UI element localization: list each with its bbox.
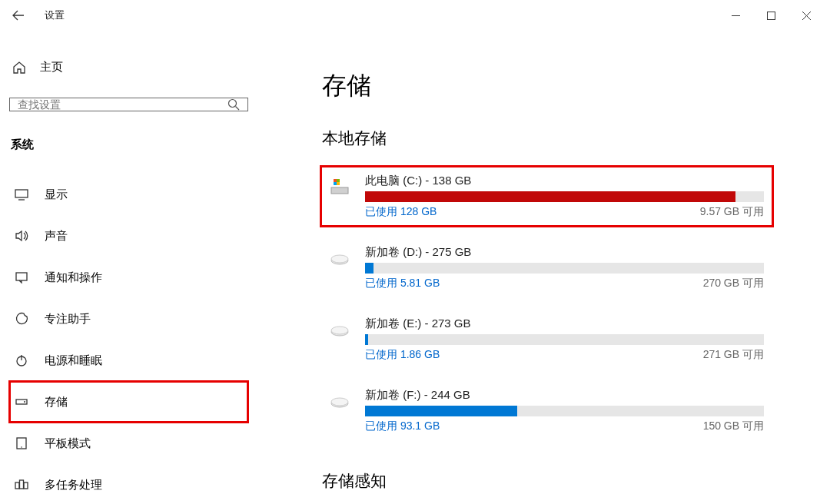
sidebar-item-sound[interactable]: 声音 xyxy=(9,215,248,257)
drive-free: 271 GB 可用 xyxy=(703,348,764,362)
storage-sense-heading: 存储感知 xyxy=(322,470,772,492)
svg-point-23 xyxy=(331,255,348,263)
sidebar-item-multitask[interactable]: 多任务处理 xyxy=(9,464,248,504)
minimize-icon xyxy=(732,12,740,20)
drive-icon xyxy=(330,317,351,362)
sidebar-item-power[interactable]: 电源和睡眠 xyxy=(9,340,248,381)
sidebar-item-label: 平板模式 xyxy=(45,436,91,451)
local-storage-heading: 本地存储 xyxy=(322,128,772,149)
drive-free: 150 GB 可用 xyxy=(703,419,764,433)
sidebar-item-label: 通知和操作 xyxy=(45,270,102,285)
svg-rect-21 xyxy=(337,182,340,185)
svg-rect-6 xyxy=(16,273,27,280)
svg-rect-16 xyxy=(331,187,348,194)
minimize-button[interactable] xyxy=(718,3,753,28)
drive-bar xyxy=(365,406,764,416)
page-title: 存储 xyxy=(322,69,772,103)
sidebar-item-label: 显示 xyxy=(45,187,68,202)
svg-point-27 xyxy=(331,398,348,406)
svg-point-10 xyxy=(24,401,25,403)
window-title: 设置 xyxy=(45,8,65,22)
sidebar-item-storage[interactable]: 存储 xyxy=(9,381,248,423)
home-link[interactable]: 主页 xyxy=(9,52,248,82)
drive-used: 已使用 128 GB xyxy=(365,205,437,219)
maximize-button[interactable] xyxy=(753,3,788,28)
sidebar-item-label: 声音 xyxy=(45,229,68,244)
drive-item[interactable]: 新加卷 (F:) - 244 GB已使用 93.1 GB150 GB 可用 xyxy=(322,382,772,439)
display-icon xyxy=(14,187,29,201)
drive-icon xyxy=(330,245,351,290)
svg-rect-18 xyxy=(334,179,337,182)
drive-name: 新加卷 (E:) - 273 GB xyxy=(365,317,764,331)
drive-name: 新加卷 (F:) - 244 GB xyxy=(365,388,764,403)
drive-item[interactable]: 新加卷 (D:) - 275 GB已使用 5.81 GB270 GB 可用 xyxy=(322,239,772,297)
drive-list: 此电脑 (C:) - 138 GB已使用 128 GB9.57 GB 可用新加卷… xyxy=(322,167,772,439)
drive-free: 9.57 GB 可用 xyxy=(700,205,764,219)
svg-point-2 xyxy=(229,100,237,108)
drive-used: 已使用 93.1 GB xyxy=(365,419,440,433)
sidebar-item-label: 多任务处理 xyxy=(45,478,102,492)
search-box[interactable] xyxy=(9,98,248,111)
notification-icon xyxy=(14,270,29,284)
sidebar-item-label: 存储 xyxy=(45,395,68,410)
svg-rect-19 xyxy=(337,179,340,182)
drive-icon xyxy=(330,388,351,433)
sidebar: 主页 系统 显示声音通知和操作专注助手电源和睡眠存储平板模式多任务处理 xyxy=(0,31,257,504)
search-input[interactable] xyxy=(18,98,227,111)
svg-rect-14 xyxy=(20,480,24,489)
drive-used: 已使用 1.86 GB xyxy=(365,348,440,362)
sidebar-item-tablet[interactable]: 平板模式 xyxy=(9,423,248,464)
focus-icon xyxy=(14,312,29,326)
sidebar-item-label: 电源和睡眠 xyxy=(45,353,102,368)
power-icon xyxy=(14,353,29,367)
svg-rect-15 xyxy=(24,482,28,489)
svg-point-12 xyxy=(21,446,22,448)
sidebar-list: 显示声音通知和操作专注助手电源和睡眠存储平板模式多任务处理 xyxy=(9,174,248,504)
home-label: 主页 xyxy=(40,60,63,75)
close-button[interactable] xyxy=(788,3,824,28)
drive-item[interactable]: 此电脑 (C:) - 138 GB已使用 128 GB9.57 GB 可用 xyxy=(322,167,772,225)
arrow-left-icon xyxy=(12,9,25,22)
sidebar-item-focus[interactable]: 专注助手 xyxy=(9,298,248,340)
svg-rect-13 xyxy=(15,482,19,489)
svg-rect-1 xyxy=(767,12,775,19)
drive-bar xyxy=(365,191,764,202)
drive-used: 已使用 5.81 GB xyxy=(365,277,440,290)
search-icon xyxy=(227,98,240,111)
back-button[interactable] xyxy=(6,3,31,28)
sidebar-item-label: 专注助手 xyxy=(45,312,91,327)
svg-line-3 xyxy=(236,107,240,111)
sidebar-item-notification[interactable]: 通知和操作 xyxy=(9,257,248,298)
drive-free: 270 GB 可用 xyxy=(703,277,764,290)
multitask-icon xyxy=(14,478,29,492)
drive-item[interactable]: 新加卷 (E:) - 273 GB已使用 1.86 GB271 GB 可用 xyxy=(322,310,772,368)
main-content: 存储 本地存储 此电脑 (C:) - 138 GB已使用 128 GB9.57 … xyxy=(257,31,830,504)
svg-rect-4 xyxy=(15,190,28,197)
svg-point-25 xyxy=(331,327,348,334)
sound-icon xyxy=(14,229,29,243)
titlebar: 设置 xyxy=(0,0,830,31)
drive-icon xyxy=(330,174,351,219)
tablet-icon xyxy=(14,436,29,450)
drive-name: 新加卷 (D:) - 275 GB xyxy=(365,245,764,260)
home-icon xyxy=(12,61,26,75)
close-icon xyxy=(802,12,811,20)
sidebar-item-display[interactable]: 显示 xyxy=(9,174,248,215)
drive-bar xyxy=(365,334,764,345)
category-label: 系统 xyxy=(9,138,248,152)
storage-icon xyxy=(14,395,29,409)
drive-name: 此电脑 (C:) - 138 GB xyxy=(365,174,764,188)
maximize-icon xyxy=(767,12,775,20)
svg-rect-20 xyxy=(334,182,337,185)
drive-bar xyxy=(365,263,764,274)
